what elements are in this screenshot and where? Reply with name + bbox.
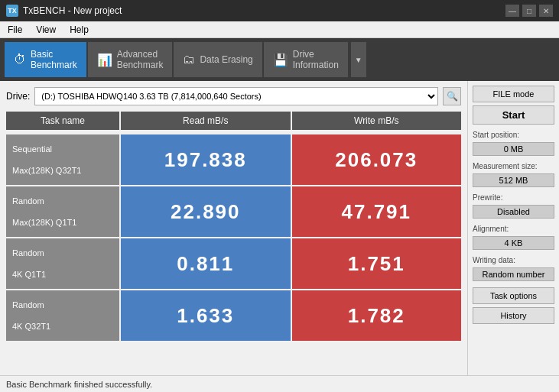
table-row: Random4K Q32T1 1.633 1.782 — [6, 290, 461, 341]
task-options-button[interactable]: Task options — [473, 287, 554, 304]
menu-view[interactable]: View — [33, 23, 59, 37]
tab-advanced-line2: Benchmark — [117, 60, 164, 70]
data-erasing-icon: 🗂 — [183, 53, 195, 66]
status-text: Basic Benchmark finished successfully. — [6, 380, 152, 389]
measurement-size-label: Measurement size: — [473, 162, 554, 170]
file-mode-button[interactable]: FILE mode — [473, 86, 554, 102]
bench-write-0: 206.073 — [292, 134, 462, 185]
tab-basic-benchmark[interactable]: ⏱ Basic Benchmark — [5, 42, 86, 77]
bench-name-3: Random4K Q32T1 — [6, 290, 119, 341]
writing-data-value: Random number — [473, 267, 554, 281]
bench-read-0: 197.838 — [121, 134, 291, 185]
status-bar: Basic Benchmark finished successfully. — [0, 375, 559, 392]
tab-basic-line1: Basic — [31, 49, 53, 60]
table-row: Random4K Q1T1 0.811 1.751 — [6, 238, 461, 289]
menu-help[interactable]: Help — [67, 23, 92, 37]
menu-file[interactable]: File — [5, 23, 25, 37]
drive-label: Drive: — [6, 91, 30, 102]
drive-info-button[interactable]: 🔍 — [443, 87, 461, 105]
drive-information-icon: 💾 — [273, 53, 288, 67]
minimize-button[interactable]: — — [505, 5, 519, 17]
tab-advanced-benchmark[interactable]: 📊 Advanced Benchmark — [88, 42, 173, 77]
table-row: RandomMax(128K) Q1T1 22.890 47.791 — [6, 186, 461, 237]
close-button[interactable]: ✕ — [539, 5, 553, 17]
history-button[interactable]: History — [473, 307, 554, 324]
bench-read-3: 1.633 — [121, 290, 291, 341]
header-write: Write mB/s — [292, 112, 462, 130]
bench-write-1: 47.791 — [292, 186, 462, 237]
tab-basic-line2: Benchmark — [31, 60, 77, 70]
bench-read-1: 22.890 — [121, 186, 291, 237]
bench-name-0: SequentialMax(128K) Q32T1 — [6, 134, 119, 185]
bench-read-2: 0.811 — [121, 238, 291, 289]
measurement-size-value: 512 MB — [473, 173, 554, 187]
alignment-value: 4 KB — [473, 236, 554, 250]
prewrite-value: Disabled — [473, 205, 554, 219]
bench-name-2: Random4K Q1T1 — [6, 238, 119, 289]
toolbar: ⏱ Basic Benchmark 📊 Advanced Benchmark 🗂… — [0, 38, 559, 81]
maximize-button[interactable]: □ — [522, 5, 536, 17]
start-button[interactable]: Start — [473, 105, 554, 125]
alignment-label: Alignment: — [473, 225, 554, 233]
table-row: SequentialMax(128K) Q32T1 197.838 206.07… — [6, 134, 461, 185]
title-bar: TX TxBENCH - New project — □ ✕ — [0, 0, 559, 21]
bench-name-1: RandomMax(128K) Q1T1 — [6, 186, 119, 237]
tab-dropdown-button[interactable]: ▼ — [351, 42, 366, 77]
tab-drive-line1: Drive — [293, 49, 314, 60]
window-title: TxBENCH - New project — [23, 5, 122, 16]
tab-erasing-label: Data Erasing — [200, 54, 252, 65]
drive-select[interactable]: (D:) TOSHIBA HDWQ140 3.63 TB (7,814,000,… — [34, 87, 438, 105]
app-icon: TX — [6, 5, 18, 17]
tab-drive-line2: Information — [293, 60, 339, 70]
bench-write-2: 1.751 — [292, 238, 462, 289]
start-position-label: Start position: — [473, 131, 554, 139]
advanced-benchmark-icon: 📊 — [97, 53, 112, 67]
tab-advanced-line1: Advanced — [117, 49, 158, 60]
basic-benchmark-icon: ⏱ — [14, 53, 26, 66]
start-position-value: 0 MB — [473, 142, 554, 156]
bench-write-3: 1.782 — [292, 290, 462, 341]
writing-data-label: Writing data: — [473, 256, 554, 264]
menu-bar: File View Help — [0, 21, 559, 38]
tab-drive-information[interactable]: 💾 Drive Information — [264, 42, 348, 77]
tab-data-erasing[interactable]: 🗂 Data Erasing — [174, 42, 262, 77]
header-read: Read mB/s — [121, 112, 291, 130]
header-task: Task name — [6, 112, 119, 130]
prewrite-label: Prewrite: — [473, 193, 554, 202]
